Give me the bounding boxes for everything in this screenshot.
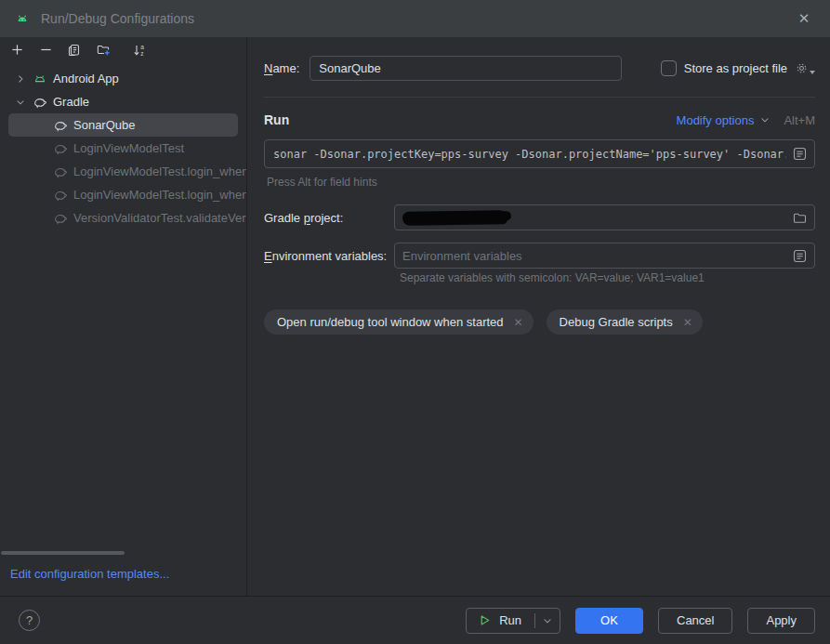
environment-variables-hint: Separate variables with semicolon: VAR=v… [400,271,815,284]
tree-item-label: SonarQube [73,118,136,132]
close-icon[interactable]: ✕ [793,7,815,30]
titlebar: Run/Debug Configurations ✕ [0,0,830,37]
environment-variables-input[interactable] [402,249,786,263]
run-command-field[interactable]: sonar -Dsonar.projectKey=pps-survey -Dso… [264,139,815,168]
run-debug-configurations-dialog: Run/Debug Configurations ✕ [0,0,830,644]
options-chips-row: Open run/debug tool window when started … [264,309,815,335]
redacted-value [402,210,507,226]
modify-options-shortcut: Alt+M [784,113,815,127]
expand-field-icon[interactable] [792,146,808,162]
gradle-icon [52,117,68,133]
gradle-project-field[interactable] [394,204,815,230]
scrollbar-thumb[interactable] [1,551,125,555]
run-section-title: Run [264,112,289,127]
configurations-sidebar: a z An [0,37,247,596]
tree-item-label: VersionValidatorTest.validateVersi [73,211,246,225]
close-icon[interactable]: ✕ [514,316,523,329]
run-split-button[interactable]: Run [466,608,560,634]
close-icon[interactable]: ✕ [683,316,692,329]
edit-configuration-templates-link[interactable]: Edit configuration templates... [0,559,246,596]
gradle-project-label: Gradle project: [264,211,394,225]
tree-item-label: Android App [53,72,119,85]
dialog-body: a z An [0,37,830,596]
environment-variables-row: Environment variables: [264,243,815,269]
ok-button[interactable]: OK [575,608,643,634]
gradle-icon [52,164,68,179]
folder-icon[interactable] [792,210,808,226]
run-button[interactable]: Run [467,609,534,633]
store-as-project-file-label: Store as project file [684,61,787,75]
chevron-right-icon[interactable] [13,72,28,86]
tree-item-versionvalidatortest[interactable]: VersionValidatorTest.validateVersi [0,206,246,230]
remove-configuration-icon[interactable] [38,43,53,58]
svg-text:a: a [140,44,144,50]
gradle-icon [32,94,47,110]
play-icon [478,613,492,627]
environment-variables-label: Environment variables: [264,249,394,263]
run-section-header: Run Modify options Alt+M [264,112,815,127]
chip-open-run-debug-tool-window[interactable]: Open run/debug tool window when started … [264,309,534,335]
run-command-text[interactable]: sonar -Dsonar.projectKey=pps-survey -Dso… [273,148,786,161]
name-input[interactable] [310,56,622,81]
tree-item-loginviewmodeltest[interactable]: LoginViewModelTest [0,137,246,160]
expand-field-icon[interactable] [792,248,808,264]
gradle-icon [52,140,68,156]
svg-text:z: z [140,50,143,57]
section-separator [264,97,815,98]
chevron-down-icon[interactable] [535,609,560,633]
window-title: Run/Debug Configurations [41,11,194,26]
field-hint: Press Alt for field hints [267,176,815,189]
tree-item-gradle[interactable]: Gradle [0,90,246,113]
apply-button[interactable]: Apply [747,608,815,634]
chip-label: Debug Gradle scripts [560,315,673,329]
sort-configurations-icon[interactable]: a z [132,43,147,58]
name-label: Name: [264,61,299,75]
chip-debug-gradle-scripts[interactable]: Debug Gradle scripts ✕ [547,309,703,335]
gear-icon [795,61,809,75]
chevron-down-icon [759,113,772,126]
environment-variables-field[interactable] [394,243,815,269]
sidebar-toolbar: a z [0,37,246,62]
tree-item-label: LoginViewModelTest.login_whenS [73,188,246,202]
store-as-project-file-group: Store as project file [661,60,815,76]
android-icon [32,71,47,86]
chip-label: Open run/debug tool window when started [277,315,504,329]
add-configuration-icon[interactable] [9,43,24,58]
gradle-project-row: Gradle project: [264,204,815,230]
store-as-project-file-checkbox[interactable] [661,60,677,76]
store-settings-control[interactable] [795,61,815,75]
configuration-form: Name: Store as project file [247,37,830,596]
copy-configuration-icon[interactable] [67,43,82,58]
new-folder-icon[interactable] [96,43,111,58]
tree-item-loginviewmodeltest-whenc[interactable]: LoginViewModelTest.login_whenC [0,160,246,183]
cancel-button[interactable]: Cancel [658,608,732,634]
tree-item-sonarqube[interactable]: SonarQube [8,113,238,137]
configurations-tree: Android App Gradle [0,62,246,549]
dialog-footer: ? Run OK Cancel Apply [0,596,830,644]
gradle-icon [52,187,68,203]
tree-item-label: Gradle [53,95,89,109]
tree-item-loginviewmodeltest-whens[interactable]: LoginViewModelTest.login_whenS [0,183,246,206]
dropdown-caret-icon [810,71,815,74]
modify-options-link[interactable]: Modify options [677,113,755,127]
tree-item-label: LoginViewModelTest [73,141,184,155]
help-icon[interactable]: ? [19,610,40,631]
modify-options-group: Modify options Alt+M [677,113,815,127]
tree-item-android-app[interactable]: Android App [0,67,246,90]
android-studio-icon [15,11,30,26]
chevron-down-icon[interactable] [13,95,28,110]
name-row: Name: Store as project file [264,56,815,81]
horizontal-scrollbar[interactable] [1,551,246,556]
tree-item-label: LoginViewModelTest.login_whenC [73,164,246,178]
gradle-icon [52,210,68,226]
run-button-label: Run [499,613,521,627]
